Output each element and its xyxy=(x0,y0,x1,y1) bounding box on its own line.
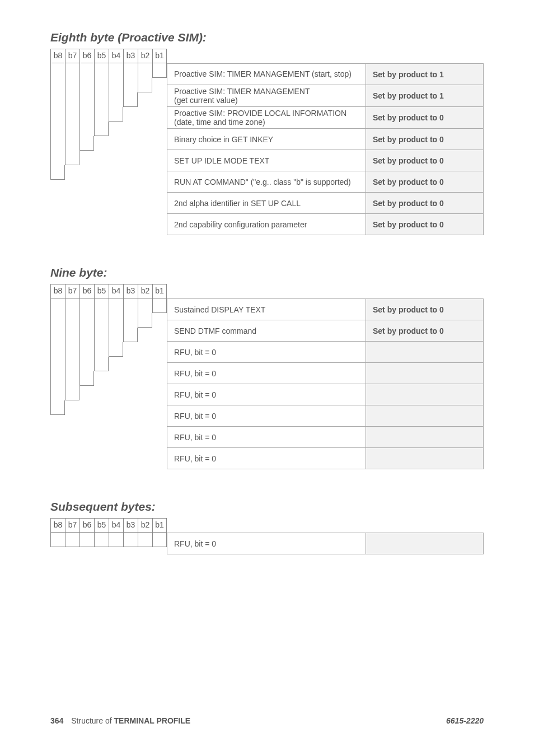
bit-cell xyxy=(50,328,65,342)
bit-cell xyxy=(138,328,152,342)
bit-cell xyxy=(123,328,138,342)
bit-label: b7 xyxy=(65,284,79,298)
bit-cell xyxy=(123,342,138,357)
bit-cell xyxy=(109,92,123,107)
bit-cell xyxy=(138,136,152,151)
bit-cell xyxy=(65,136,79,151)
table-eighth-byte: Proactive SIM: TIMER MANAGEMENT (start, … xyxy=(167,63,484,235)
bit-cell xyxy=(138,342,152,357)
bit-cell xyxy=(109,78,123,92)
bit-cell xyxy=(94,136,109,151)
bit-cell xyxy=(79,386,94,400)
value-cell: Set by product to 0 xyxy=(366,129,484,150)
bit-label: b3 xyxy=(123,49,138,63)
bit-cell xyxy=(50,107,65,122)
bit-cell xyxy=(50,122,65,136)
bit-cell xyxy=(50,371,65,386)
bit-cell xyxy=(50,78,65,92)
desc-cell: RFU, bit = 0 xyxy=(167,342,366,363)
bit-cell xyxy=(123,165,138,180)
desc-cell: 2nd alpha identifier in SET UP CALL xyxy=(167,193,366,214)
desc-cell: Proactive SIM: TIMER MANAGEMENT (start, … xyxy=(167,64,366,85)
table-row: SEND DTMF command Set by product to 0 xyxy=(167,320,484,342)
bit-cell xyxy=(65,63,79,78)
table-row: RFU, bit = 0 xyxy=(167,342,484,363)
bit-label: b4 xyxy=(109,49,123,63)
bit-cell xyxy=(123,386,138,400)
bit-cell xyxy=(50,357,65,371)
bit-cell xyxy=(152,107,167,122)
bit-cell xyxy=(138,107,152,122)
bit-cell xyxy=(65,151,79,165)
bit-cell xyxy=(123,63,138,78)
table-row: Proactive SIM: TIMER MANAGEMENT (start, … xyxy=(167,64,484,85)
bit-cell xyxy=(138,400,152,415)
bit-cell xyxy=(138,63,152,78)
bit-cell xyxy=(138,165,152,180)
value-cell xyxy=(366,363,484,384)
bit-label: b1 xyxy=(152,284,167,298)
value-cell: Set by product to 0 xyxy=(366,214,484,235)
bit-cell xyxy=(109,107,123,122)
bit-cell xyxy=(94,386,109,400)
bit-cell xyxy=(79,92,94,107)
bit-cell xyxy=(79,63,94,78)
bitgrid-eighth-byte: b8 b7 b6 b5 b4 b3 b2 b1 xyxy=(50,49,167,194)
desc-cell: Proactive SIM: TIMER MANAGEMENT (get cur… xyxy=(167,85,366,107)
value-cell: Set by product to 0 xyxy=(366,320,484,342)
bit-cell xyxy=(65,298,79,313)
bit-cell xyxy=(94,298,109,313)
bit-cell xyxy=(109,533,123,547)
bit-cell xyxy=(138,371,152,386)
bit-cell xyxy=(109,63,123,78)
desc-cell: SET UP IDLE MODE TEXT xyxy=(167,150,366,171)
desc-cell: RFU, bit = 0 xyxy=(167,384,366,405)
value-cell: Set by product to 1 xyxy=(366,64,484,85)
bit-label: b5 xyxy=(94,49,109,63)
bit-cell xyxy=(94,371,109,386)
bit-cell xyxy=(109,165,123,180)
bit-cell xyxy=(123,400,138,415)
bit-cell xyxy=(65,107,79,122)
bit-cell xyxy=(152,151,167,165)
bit-cell xyxy=(94,357,109,371)
bit-cell xyxy=(123,533,138,547)
bit-cell xyxy=(79,165,94,180)
bit-label: b7 xyxy=(65,49,79,63)
bit-cell xyxy=(109,298,123,313)
bit-cell xyxy=(79,313,94,328)
bit-cell xyxy=(79,298,94,313)
bit-cell xyxy=(152,357,167,371)
desc-cell: RUN AT COMMAND" ("e.g.. class "b" is sup… xyxy=(167,171,366,193)
bit-cell xyxy=(94,122,109,136)
heading-nine-byte: Nine byte: xyxy=(50,266,484,279)
table-row: RFU, bit = 0 xyxy=(167,427,484,448)
bit-cell xyxy=(123,357,138,371)
table-row: RFU, bit = 0 xyxy=(167,448,484,469)
bit-cell xyxy=(79,342,94,357)
bit-cell xyxy=(50,533,65,547)
value-cell: Set by product to 0 xyxy=(366,150,484,171)
table-row: Binary choice in GET INKEY Set by produc… xyxy=(167,129,484,150)
bit-label: b2 xyxy=(138,518,152,533)
footer-left: 364 Structure of TERMINAL PROFILE xyxy=(50,716,190,725)
bit-cell xyxy=(138,386,152,400)
bit-label: b7 xyxy=(65,518,79,533)
bit-label: b8 xyxy=(50,518,65,533)
bit-cell xyxy=(50,313,65,328)
page-number: 364 xyxy=(50,716,63,725)
heading-subsequent-bytes: Subsequent bytes: xyxy=(50,500,484,514)
bit-cell xyxy=(109,342,123,357)
table-row: 2nd alpha identifier in SET UP CALL Set … xyxy=(167,193,484,214)
diagram-nine-byte: b8 b7 b6 b5 b4 b3 b2 b1 xyxy=(50,284,484,469)
bit-cell xyxy=(123,122,138,136)
bit-cell xyxy=(94,151,109,165)
table-row: RFU, bit = 0 xyxy=(167,533,484,554)
bit-cell xyxy=(138,298,152,313)
page: Eighth byte (Proactive SIM): b8 b7 b6 b5… xyxy=(0,0,534,756)
bit-cell xyxy=(152,298,167,313)
value-cell: Set by product to 0 xyxy=(366,107,484,129)
value-cell xyxy=(366,384,484,405)
bit-cell xyxy=(65,78,79,92)
bit-cell xyxy=(65,313,79,328)
